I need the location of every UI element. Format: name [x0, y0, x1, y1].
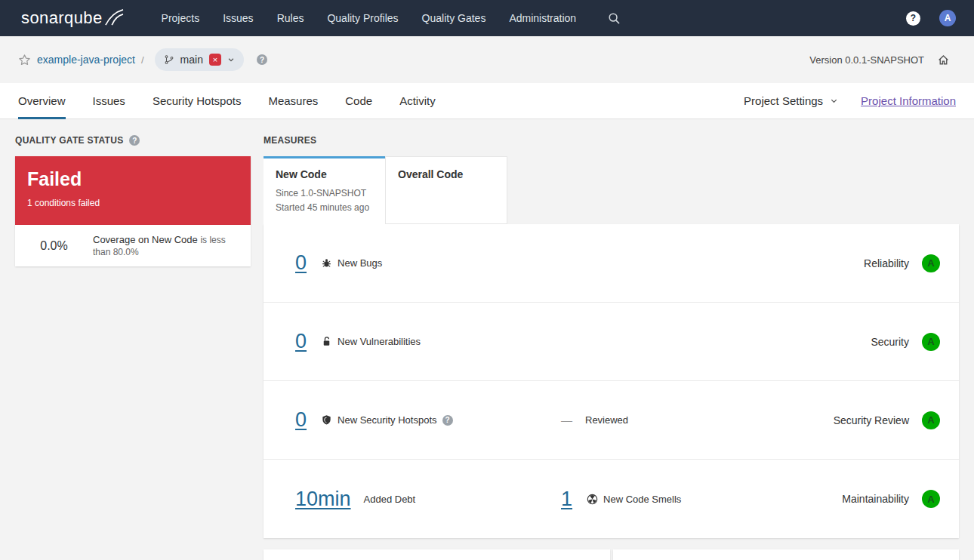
quality-gate-status: Failed	[27, 168, 239, 190]
security-review-domain-link[interactable]: Security Review	[834, 414, 909, 426]
security-rating-badge[interactable]: A	[922, 333, 940, 351]
reviewed-group: — Reviewed	[561, 414, 628, 426]
overview-content: QUALITY GATE STATUS ? Failed 1 condition…	[0, 119, 974, 560]
branch-help-icon[interactable]: ?	[257, 54, 267, 65]
nav-item-rules[interactable]: Rules	[277, 12, 304, 24]
condition-metric: Coverage on New Code	[93, 234, 198, 245]
nav-item-quality-profiles[interactable]: Quality Profiles	[327, 12, 398, 24]
added-debt-label: Added Debt	[364, 494, 416, 505]
measure-right: Security A	[871, 333, 940, 351]
measure-right: Reliability A	[864, 254, 940, 272]
tab-code[interactable]: Code	[345, 83, 372, 119]
new-code-since: Since 1.0-SNAPSHOT	[276, 186, 373, 201]
logo-text: sonarqube	[21, 8, 103, 28]
partial-card-left	[264, 549, 610, 560]
home-icon[interactable]	[937, 54, 950, 66]
condition-text: Coverage on New Code is less than 80.0%	[93, 234, 251, 258]
tab-overall-code[interactable]: Overall Code	[385, 156, 507, 224]
navbar-right: ? A	[906, 10, 956, 26]
close-icon[interactable]: ×	[209, 54, 221, 66]
hotspots-help-icon[interactable]: ?	[442, 415, 453, 426]
new-code-started: Started 45 minutes ago	[276, 201, 373, 215]
tabbar-right: Project Settings Project Information	[744, 94, 956, 107]
new-bugs-count-link[interactable]: 0	[295, 251, 307, 275]
lock-icon	[321, 336, 332, 347]
measure-row-security: 0 New Vulnerabilities Security A	[264, 303, 959, 381]
measures-card: 0 New Bugs Reliability A	[264, 224, 959, 538]
code-smells-group: 1 New Code Smells	[561, 488, 681, 511]
nav-item-projects[interactable]: Projects	[162, 12, 200, 24]
condition-value: 0.0%	[15, 239, 93, 253]
tab-issues[interactable]: Issues	[93, 83, 125, 119]
version-label: Version 0.0.1-SNAPSHOT	[809, 54, 924, 66]
avatar[interactable]: A	[939, 10, 956, 26]
maintainability-rating-badge[interactable]: A	[922, 490, 940, 508]
reviewed-label: Reviewed	[585, 414, 628, 426]
branch-selector[interactable]: main ×	[155, 48, 244, 71]
chevron-down-icon	[227, 56, 235, 63]
project-header-bar: example-java-project / main × ? Version …	[0, 36, 974, 83]
quality-gate-condition-row[interactable]: 0.0% Coverage on New Code is less than 8…	[15, 225, 251, 266]
new-hotspots-count-link[interactable]: 0	[295, 408, 307, 432]
project-information-link[interactable]: Project Information	[861, 94, 956, 107]
quality-gate-heading: QUALITY GATE STATUS	[15, 135, 123, 146]
measure-main: 0 New Bugs	[295, 251, 561, 275]
tab-security-hotspots[interactable]: Security Hotspots	[153, 83, 242, 119]
nav-item-issues[interactable]: Issues	[223, 12, 253, 24]
project-tabbar: Overview Issues Security Hotspots Measur…	[0, 83, 974, 119]
tab-activity[interactable]: Activity	[399, 83, 436, 119]
project-settings-menu[interactable]: Project Settings	[744, 94, 838, 107]
chevron-down-icon	[830, 97, 838, 105]
quality-gate-panel: QUALITY GATE STATUS ? Failed 1 condition…	[15, 134, 251, 560]
measures-heading: MEASURES	[264, 135, 316, 146]
quality-gate-heading-row: QUALITY GATE STATUS ?	[15, 134, 251, 146]
code-smell-icon	[587, 494, 598, 505]
measure-main: 0 New Vulnerabilities	[295, 330, 561, 353]
maintainability-domain-link[interactable]: Maintainability	[842, 493, 909, 505]
nav-item-quality-gates[interactable]: Quality Gates	[422, 12, 486, 24]
reviewed-value: —	[561, 414, 572, 426]
search-icon[interactable]	[608, 12, 621, 25]
sonar-swoosh-icon	[104, 8, 124, 26]
shield-icon	[321, 414, 332, 426]
measures-panel: MEASURES New Code Since 1.0-SNAPSHOT Sta…	[264, 134, 959, 560]
tab-new-code[interactable]: New Code Since 1.0-SNAPSHOT Started 45 m…	[264, 156, 385, 224]
quality-gate-help-icon[interactable]: ?	[129, 135, 140, 146]
new-code-smells-label: New Code Smells	[603, 494, 681, 505]
tab-measures[interactable]: Measures	[268, 83, 318, 119]
security-domain-link[interactable]: Security	[871, 336, 909, 348]
next-section-row	[264, 549, 959, 560]
favorite-star-icon[interactable]	[18, 54, 31, 66]
branch-name: main	[180, 54, 203, 66]
measure-main: 0 New Security Hotspots ?	[295, 408, 561, 432]
measure-row-maintainability: 10min Added Debt 1 New Code Smells	[264, 460, 959, 538]
security-review-rating-badge[interactable]: A	[922, 411, 940, 429]
measures-heading-row: MEASURES	[264, 134, 959, 146]
new-code-smells-count-link[interactable]: 1	[561, 488, 572, 511]
partial-card-right	[613, 549, 960, 560]
nav-item-administration[interactable]: Administration	[509, 12, 576, 24]
measure-row-reliability: 0 New Bugs Reliability A	[264, 224, 959, 303]
help-icon[interactable]: ?	[906, 11, 920, 26]
new-code-tab-label: New Code	[276, 168, 373, 180]
reliability-rating-badge[interactable]: A	[922, 254, 940, 272]
overall-code-tab-label: Overall Code	[398, 168, 495, 180]
new-vulnerabilities-count-link[interactable]: 0	[295, 330, 307, 353]
branch-icon	[164, 54, 174, 65]
bug-icon	[321, 257, 332, 269]
quality-gate-subtitle: 1 conditions failed	[27, 198, 239, 208]
new-hotspots-label: New Security Hotspots	[338, 414, 437, 426]
measure-right: Maintainability A	[842, 490, 940, 508]
tab-overview[interactable]: Overview	[18, 83, 66, 119]
measure-row-security-review: 0 New Security Hotspots ? — Reviewed	[264, 381, 959, 460]
breadcrumb-project-link[interactable]: example-java-project	[37, 54, 135, 66]
added-debt-link[interactable]: 10min	[295, 488, 351, 511]
new-bugs-label: New Bugs	[338, 257, 382, 269]
breadcrumb-separator: /	[141, 54, 144, 66]
reliability-domain-link[interactable]: Reliability	[864, 257, 909, 269]
breadcrumb-right: Version 0.0.1-SNAPSHOT	[809, 54, 950, 66]
main-nav: Projects Issues Rules Quality Profiles Q…	[162, 12, 577, 24]
project-settings-label: Project Settings	[744, 94, 823, 107]
sonarqube-logo[interactable]: sonarqube	[21, 8, 124, 28]
quality-gate-status-card: Failed 1 conditions failed	[15, 156, 251, 225]
